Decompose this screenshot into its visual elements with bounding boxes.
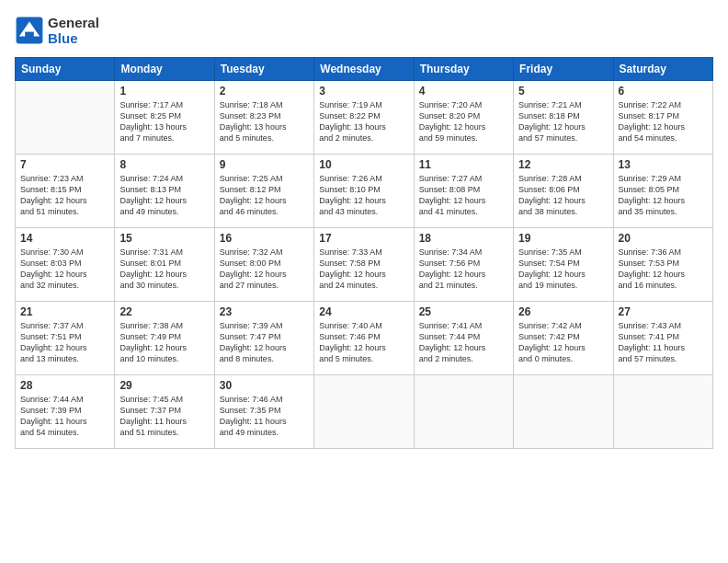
daylight-minutes: and 59 minutes. bbox=[419, 133, 478, 143]
daylight-minutes: and 49 minutes. bbox=[119, 207, 178, 216]
day-number: 9 bbox=[220, 158, 309, 171]
daylight-label: Daylight: 11 hours bbox=[220, 417, 287, 426]
sunrise-text: Sunrise: 7:38 AM bbox=[119, 321, 183, 330]
daylight-label: Daylight: 13 hours bbox=[220, 122, 287, 132]
daylight-minutes: and 21 minutes. bbox=[419, 281, 478, 290]
cell-info: Sunrise: 7:17 AMSunset: 8:25 PMDaylight:… bbox=[119, 99, 209, 144]
logo: General Blue bbox=[15, 15, 99, 46]
day-number: 26 bbox=[518, 305, 608, 318]
cell-info: Sunrise: 7:46 AMSunset: 7:35 PMDaylight:… bbox=[220, 394, 309, 439]
daylight-label: Daylight: 12 hours bbox=[319, 196, 386, 205]
calendar-cell: 26Sunrise: 7:42 AMSunset: 7:42 PMDayligh… bbox=[514, 302, 613, 375]
cell-info: Sunrise: 7:19 AMSunset: 8:22 PMDaylight:… bbox=[319, 99, 408, 144]
daylight-minutes: and 46 minutes. bbox=[220, 207, 279, 216]
daylight-label: Daylight: 12 hours bbox=[119, 270, 187, 279]
cell-info: Sunrise: 7:25 AMSunset: 8:12 PMDaylight:… bbox=[220, 173, 309, 218]
sunset-text: Sunset: 8:08 PM bbox=[419, 185, 481, 194]
daylight-label: Daylight: 12 hours bbox=[518, 270, 586, 279]
sunset-text: Sunset: 8:05 PM bbox=[619, 185, 680, 194]
cell-info: Sunrise: 7:20 AMSunset: 8:20 PMDaylight:… bbox=[419, 99, 508, 144]
sunrise-text: Sunrise: 7:41 AM bbox=[419, 321, 483, 330]
daylight-minutes: and 30 minutes. bbox=[119, 281, 178, 290]
daylight-label: Daylight: 12 hours bbox=[518, 122, 586, 132]
calendar-cell: 29Sunrise: 7:45 AMSunset: 7:37 PMDayligh… bbox=[115, 375, 214, 449]
sunrise-text: Sunrise: 7:26 AM bbox=[319, 174, 382, 183]
week-row-0: 1Sunrise: 7:17 AMSunset: 8:25 PMDaylight… bbox=[16, 81, 713, 155]
day-number: 3 bbox=[319, 85, 408, 98]
sunrise-text: Sunrise: 7:30 AM bbox=[20, 247, 84, 257]
page: General Blue SundayMondayTuesdayWednesda… bbox=[0, 0, 728, 563]
sunset-text: Sunset: 7:37 PM bbox=[119, 406, 181, 415]
weekday-header-tuesday: Tuesday bbox=[214, 58, 313, 81]
sunrise-text: Sunrise: 7:28 AM bbox=[518, 174, 582, 183]
sunset-text: Sunset: 7:35 PM bbox=[220, 406, 281, 415]
calendar-cell: 19Sunrise: 7:35 AMSunset: 7:54 PMDayligh… bbox=[514, 228, 613, 302]
daylight-label: Daylight: 12 hours bbox=[619, 196, 686, 205]
calendar-cell: 27Sunrise: 7:43 AMSunset: 7:41 PMDayligh… bbox=[613, 302, 712, 375]
daylight-label: Daylight: 12 hours bbox=[319, 343, 386, 352]
daylight-label: Daylight: 12 hours bbox=[119, 196, 187, 205]
daylight-label: Daylight: 12 hours bbox=[220, 270, 287, 279]
sunrise-text: Sunrise: 7:39 AM bbox=[220, 321, 283, 330]
daylight-label: Daylight: 12 hours bbox=[20, 343, 87, 352]
calendar-table: SundayMondayTuesdayWednesdayThursdayFrid… bbox=[15, 57, 713, 449]
day-number: 2 bbox=[220, 85, 309, 98]
calendar-cell: 13Sunrise: 7:29 AMSunset: 8:05 PMDayligh… bbox=[613, 155, 712, 228]
sunrise-text: Sunrise: 7:23 AM bbox=[20, 174, 84, 183]
day-number: 22 bbox=[119, 305, 209, 318]
calendar-cell: 15Sunrise: 7:31 AMSunset: 8:01 PMDayligh… bbox=[115, 228, 214, 302]
sunset-text: Sunset: 7:49 PM bbox=[119, 332, 181, 341]
day-number: 24 bbox=[319, 305, 408, 318]
calendar-cell: 2Sunrise: 7:18 AMSunset: 8:23 PMDaylight… bbox=[214, 81, 313, 155]
sunset-text: Sunset: 8:00 PM bbox=[220, 259, 281, 268]
sunset-text: Sunset: 7:54 PM bbox=[518, 259, 580, 268]
daylight-minutes: and 57 minutes. bbox=[619, 354, 677, 363]
cell-info: Sunrise: 7:23 AMSunset: 8:15 PMDaylight:… bbox=[20, 173, 109, 218]
sunrise-text: Sunrise: 7:34 AM bbox=[419, 247, 483, 257]
sunset-text: Sunset: 7:44 PM bbox=[419, 332, 481, 341]
sunrise-text: Sunrise: 7:40 AM bbox=[319, 321, 382, 330]
day-number: 18 bbox=[419, 232, 508, 245]
daylight-minutes: and 54 minutes. bbox=[619, 133, 677, 143]
sunset-text: Sunset: 8:06 PM bbox=[518, 185, 580, 194]
cell-info: Sunrise: 7:30 AMSunset: 8:03 PMDaylight:… bbox=[20, 247, 109, 292]
day-number: 4 bbox=[419, 85, 508, 98]
cell-info: Sunrise: 7:24 AMSunset: 8:13 PMDaylight:… bbox=[119, 173, 209, 218]
week-row-4: 28Sunrise: 7:44 AMSunset: 7:39 PMDayligh… bbox=[16, 375, 713, 449]
daylight-label: Daylight: 11 hours bbox=[20, 417, 87, 426]
day-number: 19 bbox=[518, 232, 608, 245]
cell-info: Sunrise: 7:37 AMSunset: 7:51 PMDaylight:… bbox=[20, 320, 109, 365]
daylight-minutes: and 5 minutes. bbox=[220, 133, 274, 143]
day-number: 10 bbox=[319, 158, 408, 171]
sunset-text: Sunset: 7:39 PM bbox=[20, 406, 82, 415]
weekday-header-thursday: Thursday bbox=[414, 58, 513, 81]
calendar-cell: 24Sunrise: 7:40 AMSunset: 7:46 PMDayligh… bbox=[314, 302, 414, 375]
daylight-label: Daylight: 12 hours bbox=[419, 343, 486, 352]
cell-info: Sunrise: 7:26 AMSunset: 8:10 PMDaylight:… bbox=[319, 173, 408, 218]
sunset-text: Sunset: 8:23 PM bbox=[220, 111, 281, 121]
daylight-minutes: and 38 minutes. bbox=[518, 207, 577, 216]
day-number: 21 bbox=[20, 305, 109, 318]
calendar-cell: 7Sunrise: 7:23 AMSunset: 8:15 PMDaylight… bbox=[16, 155, 115, 228]
weekday-header-sunday: Sunday bbox=[16, 58, 115, 81]
daylight-label: Daylight: 12 hours bbox=[220, 343, 287, 352]
calendar-cell: 12Sunrise: 7:28 AMSunset: 8:06 PMDayligh… bbox=[514, 155, 613, 228]
day-number: 27 bbox=[619, 305, 708, 318]
calendar-cell: 28Sunrise: 7:44 AMSunset: 7:39 PMDayligh… bbox=[16, 375, 115, 449]
daylight-label: Daylight: 12 hours bbox=[419, 270, 486, 279]
sunset-text: Sunset: 8:18 PM bbox=[518, 111, 580, 121]
daylight-minutes: and 57 minutes. bbox=[518, 133, 577, 143]
daylight-label: Daylight: 12 hours bbox=[419, 122, 486, 132]
cell-info: Sunrise: 7:40 AMSunset: 7:46 PMDaylight:… bbox=[319, 320, 408, 365]
daylight-minutes: and 32 minutes. bbox=[20, 281, 79, 290]
daylight-minutes: and 49 minutes. bbox=[220, 428, 279, 437]
sunset-text: Sunset: 8:12 PM bbox=[220, 185, 281, 194]
cell-info: Sunrise: 7:45 AMSunset: 7:37 PMDaylight:… bbox=[119, 394, 209, 439]
calendar-cell: 20Sunrise: 7:36 AMSunset: 7:53 PMDayligh… bbox=[613, 228, 712, 302]
sunset-text: Sunset: 7:51 PM bbox=[20, 332, 82, 341]
cell-info: Sunrise: 7:42 AMSunset: 7:42 PMDaylight:… bbox=[518, 320, 608, 365]
sunset-text: Sunset: 8:22 PM bbox=[319, 111, 381, 121]
sunset-text: Sunset: 8:17 PM bbox=[619, 111, 680, 121]
sunrise-text: Sunrise: 7:29 AM bbox=[619, 174, 682, 183]
cell-info: Sunrise: 7:38 AMSunset: 7:49 PMDaylight:… bbox=[119, 320, 209, 365]
